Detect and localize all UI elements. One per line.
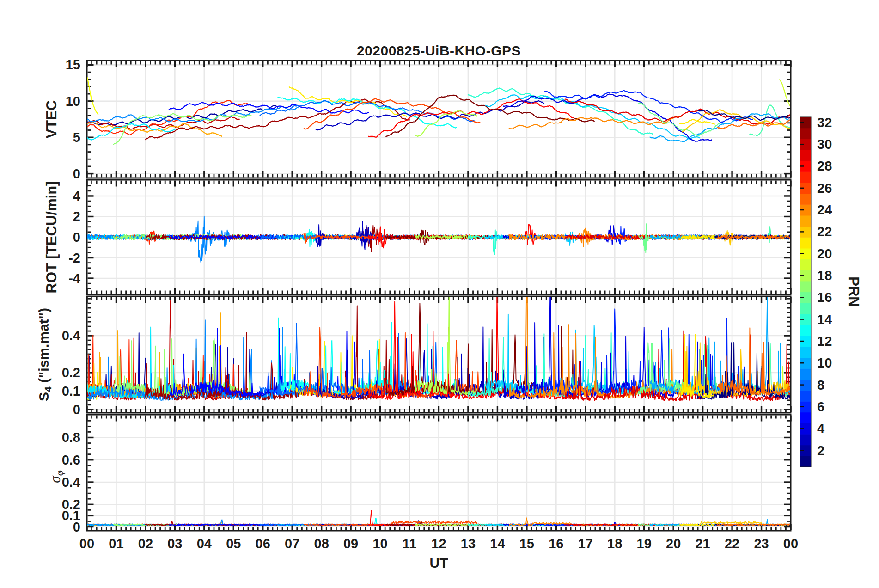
x-tick-label: 16 [549, 536, 563, 551]
colorbar: 2468101214161820222426283032 [800, 115, 832, 467]
x-tick-label: 23 [754, 536, 769, 551]
colorbar-tick-label: 10 [817, 355, 832, 370]
y-tick-label: 10 [66, 94, 80, 109]
series-line [113, 114, 251, 144]
colorbar-cell [800, 237, 811, 248]
colorbar-tick-label: 32 [817, 115, 832, 130]
colorbar-cell [800, 368, 811, 380]
y-tick-label: 0.4 [62, 328, 80, 343]
y-tick-label: 0.2 [62, 365, 80, 380]
colorbar-label: PRN [845, 276, 862, 306]
colorbar-tick-label: 24 [817, 202, 832, 217]
y-tick-label: 4 [73, 189, 80, 203]
series-line [679, 119, 714, 124]
x-tick-label: 05 [226, 536, 241, 551]
series-line [146, 99, 409, 140]
panel-sigma_phi [87, 415, 791, 531]
colorbar-tick-label: 4 [817, 421, 824, 436]
series-line [544, 91, 753, 122]
y-tick-label: 5 [73, 130, 80, 145]
series-line [87, 106, 298, 122]
colorbar-cell [800, 194, 811, 205]
colorbar-tick-label: 30 [817, 137, 832, 152]
colorbar-cell [800, 456, 811, 467]
s4-main: S [36, 392, 51, 401]
colorbar-cell [800, 128, 811, 139]
colorbar-tick-label: 20 [817, 246, 832, 261]
s4-sub: 4 [43, 386, 53, 392]
colorbar-cell [800, 390, 811, 401]
x-tick-label: 00 [783, 536, 798, 551]
y-tick-label: 0 [73, 230, 80, 245]
x-tick-label: 00 [79, 536, 94, 551]
y-axis-label-s4: S4 ("ism.mat") [36, 308, 54, 401]
x-tick-label: 04 [197, 536, 212, 551]
colorbar-cell [800, 303, 811, 314]
colorbar-cell [800, 259, 811, 270]
x-tick-label: 08 [314, 536, 329, 551]
x-tick-label: 21 [695, 536, 710, 551]
y-tick-label: 0 [73, 402, 80, 417]
colorbar-tick-label: 26 [817, 181, 832, 196]
colorbar-cell [800, 434, 811, 445]
colorbar-tick-label: 16 [817, 290, 832, 305]
colorbar-tick-label: 8 [817, 378, 824, 392]
y-tick-label: -4 [68, 271, 80, 286]
x-tick-label: 17 [578, 536, 593, 551]
x-tick-label: 06 [256, 536, 270, 551]
colorbar-tick-label: 6 [817, 399, 824, 414]
x-tick-label: 19 [637, 536, 652, 551]
colorbar-cell [800, 325, 811, 336]
series-line [468, 88, 653, 134]
colorbar-cell [800, 347, 811, 358]
colorbar-tick-label: 18 [817, 268, 832, 283]
x-tick-label: 15 [519, 536, 534, 551]
x-tick-label: 03 [167, 536, 182, 551]
x-tick-label: 14 [490, 536, 505, 551]
y-tick-label: 2 [73, 209, 80, 224]
colorbar-tick-label: 2 [817, 443, 824, 458]
y-tick-label: 0.1 [62, 384, 80, 398]
colorbar-cell [800, 150, 811, 161]
x-tick-label: 12 [431, 536, 446, 551]
y-tick-label: 15 [66, 57, 80, 72]
s4-rest: ("ism.mat") [36, 308, 51, 386]
x-tick-label: 22 [725, 536, 739, 551]
chart-title: 20200825-UiB-KHO-GPS [87, 43, 791, 59]
x-axis-label: UT [87, 555, 791, 571]
figure: 051015-4-202400.10.20.400.10.20.40.60.80… [0, 0, 879, 588]
x-tick-label: 13 [461, 536, 476, 551]
x-tick-label: 02 [138, 536, 153, 551]
x-tick-label: 10 [372, 536, 387, 551]
sigma-main: σ [47, 476, 63, 483]
sigma-sub: φ [54, 470, 65, 476]
y-tick-label: 0.8 [62, 430, 80, 445]
y-tick-label: -2 [68, 251, 80, 265]
colorbar-tick-label: 28 [817, 159, 832, 173]
series-line [169, 103, 369, 114]
colorbar-tick-label: 12 [817, 334, 832, 349]
colorbar-tick-label: 22 [817, 224, 832, 239]
y-axis-label-vtec: VTEC [43, 100, 60, 139]
plot-canvas: 051015-4-202400.10.20.400.10.20.40.60.80… [0, 0, 879, 588]
x-tick-label: 20 [666, 536, 681, 551]
colorbar-cell [800, 412, 811, 423]
y-tick-label: 0.6 [62, 453, 80, 467]
x-tick-label: 09 [343, 536, 358, 551]
y-axis-label-rot: ROT [TECU/min] [43, 181, 60, 294]
x-tick-label: 01 [109, 536, 123, 551]
y-tick-label: 0 [73, 166, 80, 181]
colorbar-cell [800, 281, 811, 292]
series-line [750, 227, 790, 243]
y-tick-label: 0.2 [62, 497, 80, 512]
colorbar-cell [800, 215, 811, 227]
colorbar-cell [800, 172, 811, 183]
x-tick-label: 11 [403, 536, 417, 551]
x-tick-label: 18 [607, 536, 622, 551]
colorbar-tick-label: 14 [817, 312, 832, 327]
x-tick-label: 07 [285, 536, 299, 551]
y-axis-label-sigma-phi: σφ [47, 470, 66, 483]
